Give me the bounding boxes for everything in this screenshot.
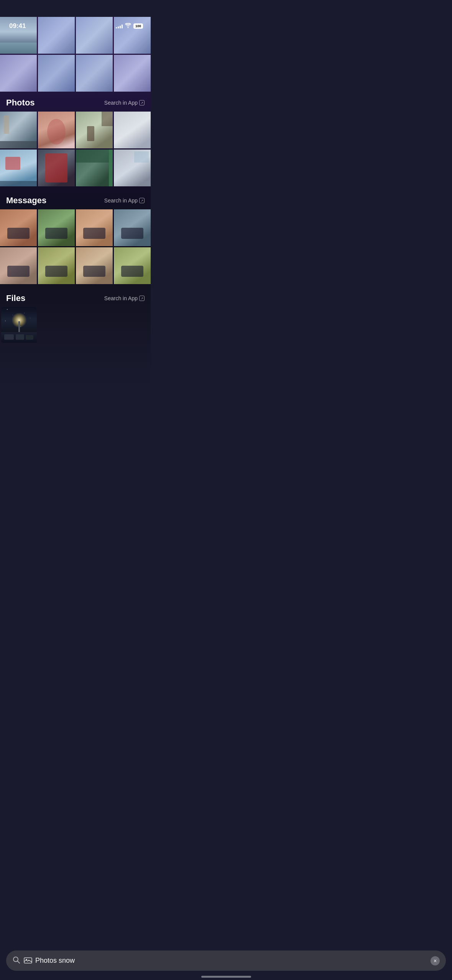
messages-search-in-app[interactable]: Search in App ↗ — [104, 197, 145, 204]
files-section-header: Files Search in App ↗ — [0, 287, 151, 307]
message-photo-cell[interactable] — [0, 209, 37, 246]
message-photo-cell[interactable] — [0, 247, 37, 284]
grid-cell — [0, 55, 37, 92]
message-photo-cell[interactable] — [114, 209, 151, 246]
grid-cell — [38, 55, 75, 92]
files-photo-cell[interactable] — [1, 307, 37, 343]
files-grid — [0, 307, 151, 346]
photo-cell[interactable] — [0, 112, 37, 148]
message-photo-cell[interactable] — [114, 247, 151, 284]
photos-section-header: Photos Search in App ↗ — [0, 92, 151, 112]
messages-title: Messages — [6, 196, 46, 206]
photo-cell[interactable] — [76, 150, 113, 186]
files-search-label: Search in App — [104, 295, 138, 301]
message-photo-cell[interactable] — [76, 209, 113, 246]
photos-title: Photos — [6, 98, 35, 108]
grid-cell — [76, 55, 113, 92]
photo-cell[interactable] — [38, 150, 75, 186]
photo-cell[interactable] — [114, 150, 151, 186]
photo-cell[interactable] — [76, 112, 113, 148]
message-photo-cell[interactable] — [38, 209, 75, 246]
message-photo-cell[interactable] — [76, 247, 113, 284]
messages-section-header: Messages Search in App ↗ — [0, 189, 151, 209]
grid-cell — [114, 55, 151, 92]
status-bar: 09:41 100 — [0, 17, 151, 32]
photos-search-arrow-icon: ↗ — [139, 100, 145, 105]
photos-grid — [0, 112, 151, 186]
files-search-in-app[interactable]: Search in App ↗ — [104, 295, 145, 301]
status-time: 09:41 — [9, 22, 26, 30]
wifi-icon — [125, 23, 131, 29]
battery-icon: 100 — [133, 23, 143, 29]
messages-search-arrow-icon: ↗ — [139, 198, 145, 203]
photo-cell[interactable] — [114, 112, 151, 148]
photo-cell[interactable] — [38, 112, 75, 148]
photos-search-label: Search in App — [104, 100, 138, 106]
status-icons: 100 — [116, 23, 143, 29]
messages-grid — [0, 209, 151, 284]
files-title: Files — [6, 293, 25, 303]
message-photo-cell[interactable] — [38, 247, 75, 284]
photo-cell[interactable] — [0, 150, 37, 186]
photos-search-in-app[interactable]: Search in App ↗ — [104, 100, 145, 106]
files-search-arrow-icon: ↗ — [139, 296, 145, 301]
signal-icon — [116, 24, 123, 28]
messages-search-label: Search in App — [104, 197, 138, 204]
